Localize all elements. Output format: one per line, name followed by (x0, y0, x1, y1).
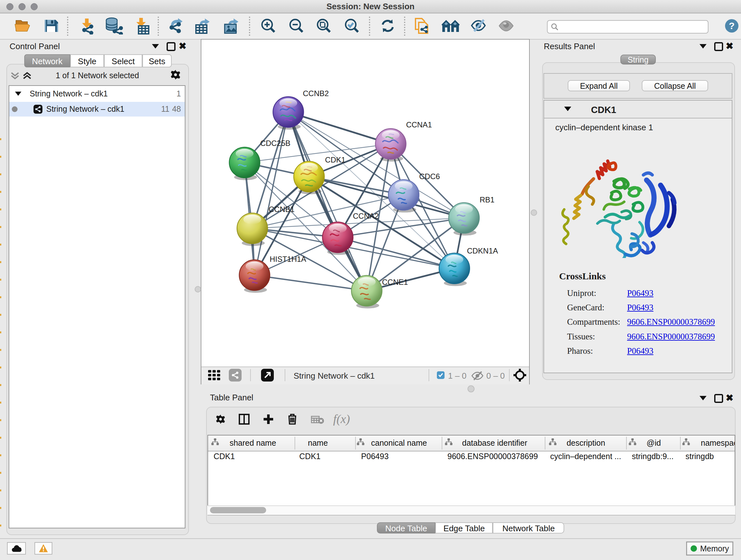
svg-text:CDK1: CDK1 (325, 155, 346, 164)
svg-text:RB1: RB1 (480, 195, 495, 204)
svg-text:CCNA2: CCNA2 (353, 212, 379, 220)
svg-text:CCNE1: CCNE1 (382, 278, 408, 287)
svg-text:CDC25B: CDC25B (260, 139, 290, 147)
svg-text:CCNB2: CCNB2 (303, 89, 329, 98)
svg-text:CCNB1: CCNB1 (269, 205, 294, 213)
svg-text:CCNA1: CCNA1 (406, 120, 432, 129)
svg-text:CDKN1A: CDKN1A (467, 246, 498, 255)
svg-text:HIST1H1A: HIST1H1A (270, 255, 307, 263)
svg-text:CDC6: CDC6 (419, 172, 440, 181)
